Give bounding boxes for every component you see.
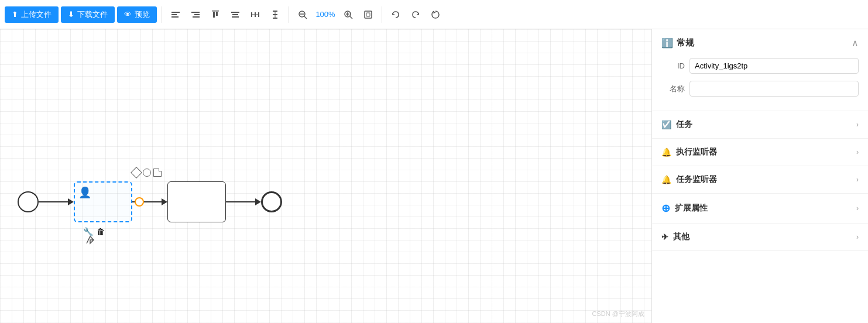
align-center-button[interactable] <box>227 6 244 23</box>
bpmn-task-1[interactable]: 👤 <box>74 181 132 222</box>
name-input[interactable] <box>689 81 859 97</box>
other-label: 其他 <box>673 232 689 242</box>
context-icon-doc[interactable] <box>153 169 162 177</box>
id-input[interactable] <box>689 58 859 74</box>
zoom-level: 100% <box>314 10 337 19</box>
svg-rect-20 <box>275 12 276 14</box>
svg-rect-4 <box>194 14 200 15</box>
extension-label: 扩展属性 <box>675 203 708 214</box>
align-center-icon <box>231 10 240 19</box>
svg-rect-18 <box>273 14 277 15</box>
execution-listener-icon: 🔔 <box>661 147 671 157</box>
extension-chevron-icon: › <box>856 204 859 212</box>
download-file-label: 下载文件 <box>77 9 108 20</box>
undo-button[interactable] <box>387 6 404 23</box>
task-section-label: 任务 <box>676 119 692 130</box>
sequence-flow-3 <box>226 198 261 205</box>
distribute-h-icon <box>251 10 260 19</box>
download-icon: ⬇ <box>68 10 74 19</box>
align-top-button[interactable] <box>207 6 224 23</box>
align-left-button[interactable] <box>167 6 184 23</box>
svg-line-24 <box>304 16 307 19</box>
svg-rect-29 <box>365 11 372 18</box>
bpmn-start-event[interactable] <box>18 191 39 212</box>
sequence-flow-1 <box>39 198 74 205</box>
align-right-button[interactable] <box>187 6 204 23</box>
svg-rect-16 <box>256 14 258 15</box>
separator-2 <box>289 6 289 23</box>
task-icon: ☑️ <box>661 120 671 129</box>
context-icon-intermediate[interactable] <box>135 197 144 207</box>
separator-1 <box>162 6 162 23</box>
redo-button[interactable] <box>407 6 424 23</box>
svg-rect-1 <box>171 14 177 15</box>
svg-rect-13 <box>255 12 256 17</box>
svg-rect-15 <box>252 14 255 15</box>
execution-listener-section-header[interactable]: 🔔 执行监听器 › <box>652 139 868 166</box>
fit-screen-button[interactable] <box>359 6 377 23</box>
zoom-out-button[interactable] <box>294 6 311 23</box>
canvas-area[interactable]: 👤 🔧 🗑 <box>0 29 651 323</box>
other-title: ✈ 其他 <box>661 232 689 242</box>
task1-wrapper: 👤 🔧 🗑 <box>74 181 132 222</box>
task-section: ☑️ 任务 › <box>652 111 868 139</box>
context-icon-diamond[interactable] <box>131 167 142 178</box>
extension-title: ⊕ 扩展属性 <box>661 202 708 215</box>
svg-rect-3 <box>191 12 200 13</box>
align-right-icon <box>191 10 200 19</box>
other-section: ✈ 其他 › <box>652 224 868 251</box>
general-section-header: ℹ️ 常规 ∧ <box>652 29 868 51</box>
general-title-text: 常规 <box>677 37 694 49</box>
align-top-icon <box>211 10 220 19</box>
general-fields: ID 名称 <box>652 51 868 111</box>
upload-icon: ⬆ <box>12 10 18 19</box>
task-section-header[interactable]: ☑️ 任务 › <box>652 111 868 138</box>
other-chevron-icon: › <box>856 233 859 241</box>
svg-rect-7 <box>213 12 215 18</box>
svg-rect-0 <box>171 12 180 13</box>
upload-file-button[interactable]: ⬆ 上传文件 <box>5 6 59 23</box>
context-icon-trash[interactable]: 🗑 <box>97 227 105 236</box>
task-listener-section-header[interactable]: 🔔 任务监听器 › <box>652 166 868 193</box>
bpmn-end-event[interactable] <box>261 191 282 212</box>
other-icon: ✈ <box>661 232 668 242</box>
bpmn-task-2[interactable] <box>167 181 226 222</box>
preview-label: 预览 <box>135 9 150 20</box>
distribute-v-button[interactable] <box>266 6 284 23</box>
svg-rect-17 <box>273 11 277 12</box>
distribute-v-icon <box>270 10 280 19</box>
name-label: 名称 <box>661 84 685 94</box>
arrow-head-3 <box>255 198 261 205</box>
download-file-button[interactable]: ⬇ 下载文件 <box>61 6 115 23</box>
other-section-header[interactable]: ✈ 其他 › <box>652 224 868 250</box>
bpmn-diagram: 👤 🔧 🗑 <box>18 181 282 222</box>
svg-rect-5 <box>193 16 200 18</box>
zoom-in-icon <box>344 10 353 19</box>
reset-button[interactable] <box>427 6 444 23</box>
extension-icon: ⊕ <box>661 202 670 215</box>
general-chevron-icon[interactable]: ∧ <box>852 37 859 49</box>
svg-rect-9 <box>231 12 239 13</box>
extension-section-header[interactable]: ⊕ 扩展属性 › <box>652 194 868 223</box>
zoom-in-button[interactable] <box>339 6 357 23</box>
extension-section: ⊕ 扩展属性 › <box>652 194 868 224</box>
watermark-text: CSDN @宁波阿成 <box>592 310 644 317</box>
preview-button[interactable]: 👁 预览 <box>117 6 157 23</box>
info-icon: ℹ️ <box>661 37 673 49</box>
id-label: ID <box>661 61 685 70</box>
arrow-head-2 <box>162 198 167 205</box>
watermark: CSDN @宁波阿成 <box>592 310 644 318</box>
name-field-row: 名称 <box>661 81 859 97</box>
reset-icon <box>431 10 440 19</box>
svg-rect-21 <box>275 15 276 18</box>
task-listener-label: 任务监听器 <box>676 174 717 185</box>
context-icon-circle[interactable] <box>143 169 151 177</box>
execution-listener-section: 🔔 执行监听器 › <box>652 139 868 166</box>
task-chevron-icon: › <box>856 121 859 129</box>
distribute-h-button[interactable] <box>246 6 264 23</box>
task-section-title: ☑️ 任务 <box>661 119 692 130</box>
task-listener-chevron-icon: › <box>856 176 859 184</box>
execution-listener-chevron-icon: › <box>856 148 859 156</box>
upload-file-label: 上传文件 <box>21 9 52 20</box>
context-icon-arrow[interactable] <box>85 235 95 247</box>
